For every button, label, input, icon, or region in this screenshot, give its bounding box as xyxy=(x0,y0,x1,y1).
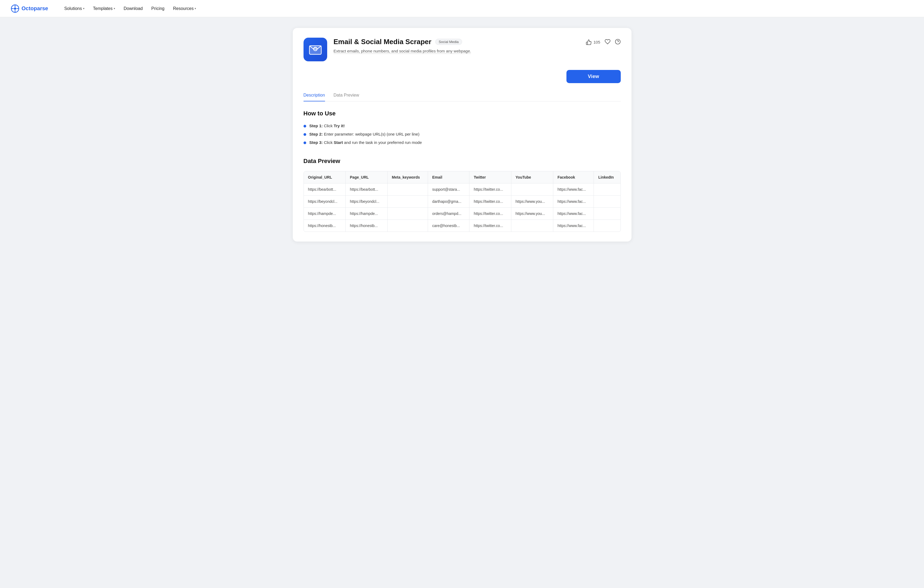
heart-icon xyxy=(605,39,610,45)
step-1: Step 1: Click Try it! xyxy=(304,124,621,128)
table-cell xyxy=(388,220,428,232)
col-twitter: Twitter xyxy=(469,171,511,183)
table-header-row: Original_URL Page_URL Meta_keywords Emai… xyxy=(304,171,620,183)
tab-data-preview[interactable]: Data Preview xyxy=(333,93,359,101)
bullet-icon xyxy=(304,133,306,136)
table-cell xyxy=(388,208,428,220)
help-button[interactable] xyxy=(615,39,621,45)
how-to-use-title: How to Use xyxy=(304,110,621,117)
scraper-badge: Social Media xyxy=(435,39,462,45)
svg-text:@: @ xyxy=(314,48,317,51)
scraper-icon: @ xyxy=(304,38,327,61)
data-table-wrapper: Original_URL Page_URL Meta_keywords Emai… xyxy=(304,171,621,232)
nav-templates-label: Templates xyxy=(93,6,113,11)
table-body: https://bearbott...https://bearbott...su… xyxy=(304,183,620,232)
bullet-icon xyxy=(304,125,306,127)
data-table: Original_URL Page_URL Meta_keywords Emai… xyxy=(304,171,620,231)
scraper-description: Extract emails, phone numbers, and socia… xyxy=(333,49,471,54)
table-cell: darthapo@gma... xyxy=(428,195,469,208)
table-row: https://beyondcl...https://beyondcl...da… xyxy=(304,195,620,208)
steps-list: Step 1: Click Try it! Step 2: Enter para… xyxy=(304,124,621,145)
table-cell xyxy=(388,195,428,208)
scraper-info: Email & Social Media Scraper Social Medi… xyxy=(333,38,580,53)
nav-resources-label: Resources xyxy=(173,6,193,11)
step-2-text: Step 2: Enter parameter: webpage URL(s) … xyxy=(309,132,420,136)
nav-links: Solutions ▾ Templates ▾ Download Pricing… xyxy=(64,6,196,11)
table-row: https://hampde...https://hampde...orders… xyxy=(304,208,620,220)
table-cell xyxy=(594,183,620,195)
tabs: Description Data Preview xyxy=(304,93,621,101)
table-cell: https://bearbott... xyxy=(304,183,346,195)
scraper-actions: 105 xyxy=(586,38,620,45)
help-circle-icon xyxy=(615,39,621,45)
table-cell: https://www.you... xyxy=(511,208,553,220)
data-preview-section: Data Preview Original_URL Page_URL Meta_… xyxy=(304,158,621,232)
table-cell xyxy=(594,220,620,232)
content-card: @ Email & Social Media Scraper Social Me… xyxy=(293,28,632,241)
nav-item-download[interactable]: Download xyxy=(124,6,143,11)
nav-pricing-label: Pricing xyxy=(151,6,165,11)
col-page-url: Page_URL xyxy=(345,171,388,183)
navbar: Octoparse Solutions ▾ Templates ▾ Downlo… xyxy=(0,0,924,17)
step-2: Step 2: Enter parameter: webpage URL(s) … xyxy=(304,132,621,136)
view-button[interactable]: View xyxy=(566,70,621,83)
like-button[interactable]: 105 xyxy=(586,39,600,45)
logo[interactable]: Octoparse xyxy=(11,4,48,13)
table-cell: https://beyondcl... xyxy=(304,195,346,208)
tab-description[interactable]: Description xyxy=(304,93,325,101)
table-cell: https://hampde... xyxy=(345,208,388,220)
bullet-icon xyxy=(304,142,306,144)
col-meta-keywords: Meta_keywords xyxy=(388,171,428,183)
step-1-text: Step 1: Click Try it! xyxy=(309,124,345,128)
logo-text: Octoparse xyxy=(21,5,48,12)
step-3: Step 3: Click Start and run the task in … xyxy=(304,140,621,145)
table-cell: https://www.fac... xyxy=(553,220,594,232)
nav-item-resources[interactable]: Resources ▾ xyxy=(173,6,196,11)
table-cell: https://www.fac... xyxy=(553,208,594,220)
scraper-title-row: Email & Social Media Scraper Social Medi… xyxy=(333,38,580,46)
email-icon: @ xyxy=(309,43,322,56)
col-facebook: Facebook xyxy=(553,171,594,183)
table-header: Original_URL Page_URL Meta_keywords Emai… xyxy=(304,171,620,183)
nav-item-templates[interactable]: Templates ▾ xyxy=(93,6,115,11)
table-cell xyxy=(594,195,620,208)
scraper-header: @ Email & Social Media Scraper Social Me… xyxy=(304,38,621,61)
table-cell: https://hampde... xyxy=(304,208,346,220)
table-cell: https://www.fac... xyxy=(553,183,594,195)
col-email: Email xyxy=(428,171,469,183)
data-preview-title: Data Preview xyxy=(304,158,621,165)
favorite-button[interactable] xyxy=(605,39,610,45)
table-cell: https://www.you... xyxy=(511,195,553,208)
col-youtube: YouTube xyxy=(511,171,553,183)
chevron-down-icon: ▾ xyxy=(83,7,84,10)
nav-solutions-label: Solutions xyxy=(64,6,82,11)
table-row: https://honestb...https://honestb...care… xyxy=(304,220,620,232)
step-3-text: Step 3: Click Start and run the task in … xyxy=(309,140,422,145)
table-cell: https://twitter.co... xyxy=(469,220,511,232)
table-cell: https://honestb... xyxy=(345,220,388,232)
table-cell xyxy=(388,183,428,195)
table-cell: https://honestb... xyxy=(304,220,346,232)
like-count: 105 xyxy=(593,40,600,45)
nav-download-label: Download xyxy=(124,6,143,11)
table-cell xyxy=(511,183,553,195)
thumbs-up-icon xyxy=(586,39,592,45)
col-original-url: Original_URL xyxy=(304,171,346,183)
nav-item-pricing[interactable]: Pricing xyxy=(151,6,165,11)
table-cell xyxy=(511,220,553,232)
svg-point-1 xyxy=(14,8,16,10)
table-cell: orders@hampd... xyxy=(428,208,469,220)
table-cell: care@honestb... xyxy=(428,220,469,232)
table-cell xyxy=(594,208,620,220)
table-cell: support@stara... xyxy=(428,183,469,195)
logo-icon xyxy=(11,4,19,13)
view-button-row: View xyxy=(304,70,621,83)
table-cell: https://twitter.co... xyxy=(469,183,511,195)
nav-item-solutions[interactable]: Solutions ▾ xyxy=(64,6,84,11)
description-section: How to Use Step 1: Click Try it! Step 2:… xyxy=(304,110,621,145)
table-row: https://bearbott...https://bearbott...su… xyxy=(304,183,620,195)
scraper-title: Email & Social Media Scraper xyxy=(333,38,431,46)
table-cell: https://twitter.co... xyxy=(469,195,511,208)
col-linkedin: LinkedIn xyxy=(594,171,620,183)
main-content: @ Email & Social Media Scraper Social Me… xyxy=(0,17,924,588)
